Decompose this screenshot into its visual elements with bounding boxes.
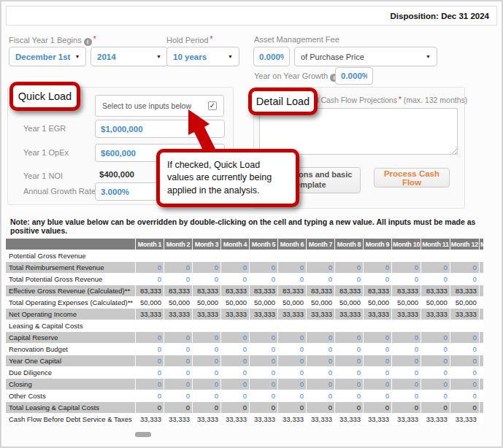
process-cash-flow-button[interactable]: Process Cash Flow [374, 168, 450, 188]
value-cell[interactable]: 0 [278, 344, 306, 355]
value-cell[interactable]: 0 [164, 367, 192, 378]
value-cell[interactable]: 0 [307, 274, 334, 285]
value-cell[interactable]: 0 [221, 274, 249, 285]
value-cell[interactable]: 0 [136, 274, 164, 285]
value-cell[interactable]: 0 [421, 379, 450, 390]
value-cell[interactable]: 0 [392, 344, 421, 355]
value-cell[interactable]: 0 [364, 262, 391, 273]
fiscal-month-select[interactable]: December 1st▼ [9, 47, 86, 66]
value-cell[interactable]: 0 [450, 332, 479, 343]
value-cell[interactable]: 0 [364, 344, 391, 355]
value-cell[interactable]: 0 [221, 390, 249, 401]
value-cell[interactable]: 0 [421, 390, 450, 401]
value-cell[interactable]: 0 [421, 274, 450, 285]
value-cell[interactable]: 0 [193, 344, 220, 355]
value-cell[interactable]: 0 [221, 262, 249, 273]
value-cell[interactable]: 0 [164, 355, 192, 366]
value-cell[interactable]: 0 [136, 344, 164, 355]
asset-fee-input[interactable] [253, 47, 290, 66]
value-cell[interactable]: 0 [450, 390, 479, 401]
value-cell[interactable]: 0 [335, 274, 363, 285]
value-cell[interactable]: 0 [250, 262, 277, 273]
value-cell[interactable]: 0 [450, 379, 479, 390]
value-cell[interactable]: 0 [450, 274, 479, 285]
value-cell[interactable]: 0 [250, 390, 277, 401]
value-cell[interactable]: 0 [307, 390, 334, 401]
value-cell[interactable]: 0 [221, 332, 249, 343]
value-cell[interactable]: 0 [335, 379, 363, 390]
value-cell[interactable]: 0 [136, 332, 164, 343]
value-cell[interactable]: 0 [250, 332, 277, 343]
value-cell[interactable]: 0 [307, 367, 334, 378]
value-cell[interactable]: 0 [193, 390, 220, 401]
value-cell[interactable]: 0 [193, 367, 220, 378]
value-cell[interactable]: 0 [450, 344, 479, 355]
value-cell[interactable]: 0 [421, 367, 450, 378]
value-cell[interactable]: 0 [221, 344, 249, 355]
value-cell[interactable]: 0 [421, 262, 450, 273]
hold-period-select[interactable]: 10 years▼ [166, 47, 239, 66]
value-cell[interactable]: 0 [364, 390, 391, 401]
value-cell[interactable]: 0 [450, 262, 479, 273]
value-cell[interactable]: 0 [278, 355, 306, 366]
value-cell[interactable]: 0 [364, 274, 391, 285]
value-cell[interactable]: 0 [335, 355, 363, 366]
value-cell[interactable]: 0 [335, 262, 363, 273]
value-cell[interactable]: 0 [392, 379, 421, 390]
value-cell[interactable]: 0 [335, 390, 363, 401]
egr-input[interactable] [95, 120, 225, 138]
value-cell[interactable]: 0 [164, 332, 192, 343]
value-cell[interactable]: 0 [335, 367, 363, 378]
value-cell[interactable]: 0 [335, 332, 363, 343]
yoy-growth-input[interactable] [335, 67, 373, 85]
value-cell[interactable]: 0 [421, 344, 450, 355]
value-cell[interactable]: 0 [364, 367, 391, 378]
value-cell[interactable]: 0 [164, 379, 192, 390]
value-cell[interactable]: 0 [392, 262, 421, 273]
fiscal-year-select[interactable]: 2014▼ [91, 47, 168, 66]
value-cell[interactable]: 0 [250, 344, 277, 355]
value-cell[interactable]: 0 [278, 390, 306, 401]
value-cell[interactable]: 0 [278, 262, 306, 273]
value-cell[interactable]: 0 [193, 274, 220, 285]
value-cell[interactable]: 0 [450, 355, 479, 366]
value-cell[interactable]: 0 [364, 379, 391, 390]
value-cell[interactable]: 0 [278, 274, 306, 285]
value-cell[interactable]: 0 [278, 332, 306, 343]
use-inputs-checkbox[interactable]: ✓ [208, 101, 217, 110]
value-cell[interactable]: 0 [421, 355, 450, 366]
value-cell[interactable]: 0 [193, 262, 220, 273]
value-cell[interactable]: 0 [164, 390, 192, 401]
fee-basis-select[interactable]: of Purchase Price▼ [294, 47, 437, 66]
horizontal-scrollbar-thumb[interactable] [135, 432, 151, 437]
value-cell[interactable]: 0 [364, 355, 391, 366]
value-cell[interactable]: 0 [164, 274, 192, 285]
value-cell[interactable]: 0 [250, 355, 277, 366]
value-cell[interactable]: 0 [136, 390, 164, 401]
value-cell[interactable]: 0 [250, 367, 277, 378]
value-cell[interactable]: 0 [164, 262, 192, 273]
value-cell[interactable]: 0 [450, 367, 479, 378]
value-cell[interactable]: 0 [335, 344, 363, 355]
value-cell[interactable]: 0 [307, 379, 334, 390]
value-cell[interactable]: 0 [136, 262, 164, 273]
value-cell[interactable]: 0 [221, 367, 249, 378]
value-cell[interactable]: 0 [164, 344, 192, 355]
value-cell[interactable]: 0 [193, 355, 220, 366]
value-cell[interactable]: 0 [193, 332, 220, 343]
value-cell[interactable]: 0 [136, 355, 164, 366]
value-cell[interactable]: 0 [136, 379, 164, 390]
value-cell[interactable]: 0 [392, 355, 421, 366]
value-cell[interactable]: 0 [278, 367, 306, 378]
value-cell[interactable]: 0 [307, 355, 334, 366]
value-cell[interactable]: 0 [221, 355, 249, 366]
value-cell[interactable]: 0 [221, 379, 249, 390]
value-cell[interactable]: 0 [392, 367, 421, 378]
value-cell[interactable]: 0 [278, 379, 306, 390]
value-cell[interactable]: 0 [307, 344, 334, 355]
value-cell[interactable]: 0 [136, 367, 164, 378]
value-cell[interactable]: 0 [193, 379, 220, 390]
value-cell[interactable]: 0 [250, 379, 277, 390]
value-cell[interactable]: 0 [250, 274, 277, 285]
value-cell[interactable]: 0 [392, 274, 421, 285]
